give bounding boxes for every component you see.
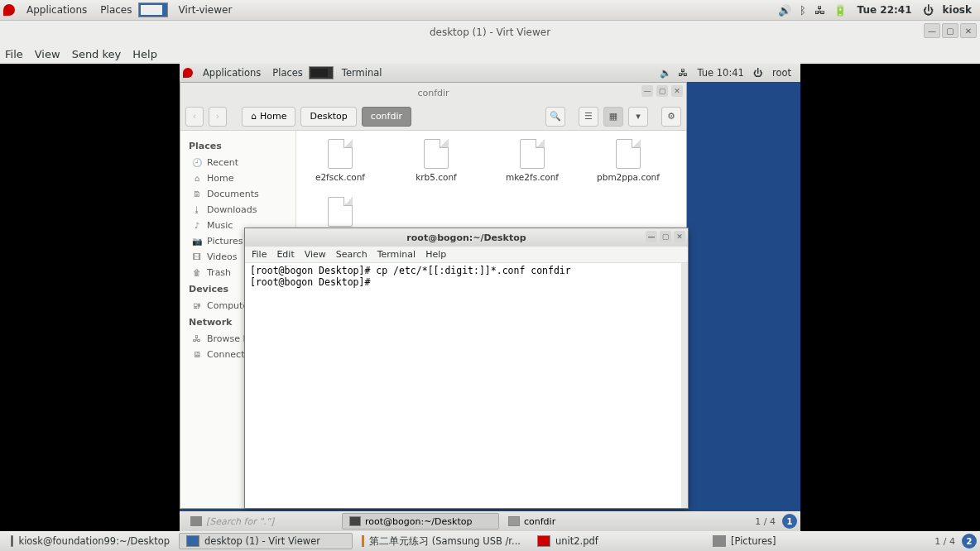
terminal-menu-help[interactable]: Help (425, 249, 446, 260)
view-grid-button[interactable]: ▦ (603, 107, 623, 127)
sidebar-label: Music (207, 220, 233, 231)
guest-user-label[interactable]: root (766, 67, 797, 79)
path-label: confdir (371, 111, 402, 122)
virt-menu-file[interactable]: File (5, 48, 23, 60)
guest-places-menu[interactable]: Places (267, 67, 309, 79)
file-item[interactable]: mke2fs.conf (497, 139, 568, 182)
taskbar-item-pictures[interactable]: [Pictures] (705, 533, 879, 549)
path-segment-desktop[interactable]: Desktop (300, 107, 356, 127)
volume-icon[interactable]: 🔈 (656, 67, 675, 79)
path-segment-home[interactable]: ⌂Home (242, 107, 295, 127)
virt-viewer-icon (186, 535, 199, 547)
minimize-button[interactable]: — (646, 231, 657, 242)
power-icon[interactable]: ⏻ (750, 67, 766, 79)
path-segment-confdir[interactable]: confdir (362, 107, 411, 127)
search-button[interactable]: 🔍 (545, 107, 565, 127)
vm-desktop[interactable]: Applications Places Terminal 🔈 🖧 Tue 10:… (180, 64, 800, 531)
terminal-body[interactable]: [root@bogon Desktop]# cp /etc/*[[:digit:… (245, 263, 688, 508)
server-icon: 🖥 (192, 350, 202, 359)
bluetooth-icon[interactable]: ᛒ (795, 4, 810, 17)
guest-running-app-preview[interactable] (309, 66, 334, 79)
taskbar-label: desktop (1) - Virt Viewer (204, 535, 320, 547)
file-icon (328, 139, 353, 169)
minimize-button[interactable]: — (924, 23, 940, 38)
taskbar-item-kiosk-terminal[interactable]: kiosk@foundation99:~/Desktop (3, 533, 177, 549)
virt-menu-view[interactable]: View (35, 48, 60, 60)
workspace-indicator[interactable]: 1 (782, 514, 797, 529)
taskbar-item-terminal[interactable]: root@bogon:~/Desktop (342, 513, 499, 529)
sidebar-label: Downloads (207, 204, 257, 215)
sidebar-documents[interactable]: 🗎Documents (180, 186, 295, 202)
editor-icon (362, 535, 364, 547)
power-icon[interactable]: ⏻ (919, 4, 938, 17)
pdf-icon (537, 535, 550, 547)
virt-title: desktop (1) - Virt Viewer (430, 26, 550, 38)
pictures-icon: 📷 (192, 237, 202, 246)
redhat-icon (3, 4, 15, 16)
sidebar-label: Videos (207, 252, 238, 262)
workspace-label: 1 / 4 (930, 536, 960, 547)
taskbar-label: root@bogon:~/Desktop (365, 516, 472, 527)
host-user-label[interactable]: kiosk (938, 4, 977, 16)
sidebar-label: Pictures (207, 236, 243, 247)
sidebar-label: Recent (207, 157, 238, 168)
virt-titlebar: desktop (1) - Virt Viewer — ▢ ✕ (0, 21, 980, 44)
taskbar-item-confdir[interactable]: confdir (501, 513, 658, 529)
nav-back-button[interactable]: ‹ (185, 107, 204, 127)
guest-search-field[interactable]: [Search for "."] (183, 513, 340, 529)
terminal-menu-view[interactable]: View (305, 249, 326, 260)
guest-running-app-label[interactable]: Terminal (336, 67, 388, 79)
guest-applications-menu[interactable]: Applications (197, 67, 267, 79)
file-icon (616, 139, 641, 169)
terminal-menubar: File Edit View Search Terminal Help (245, 247, 688, 263)
battery-icon[interactable]: 🔋 (829, 4, 851, 17)
terminal-icon (349, 516, 361, 526)
clock-icon: 🕘 (192, 158, 202, 167)
sidebar-recent[interactable]: 🕘Recent (180, 155, 295, 170)
terminal-menu-file[interactable]: File (252, 249, 267, 260)
close-button[interactable]: ✕ (674, 231, 685, 242)
terminal-menu-terminal[interactable]: Terminal (377, 249, 416, 260)
sidebar-home[interactable]: ⌂Home (180, 170, 295, 186)
host-clock[interactable]: Tue 22:41 (851, 4, 919, 16)
nav-forward-button[interactable]: › (209, 107, 227, 127)
close-button[interactable]: ✕ (671, 85, 683, 97)
nautilus-toolbar: ‹ › ⌂Home Desktop confdir 🔍 ☰ ▦ ▾ ⚙ (180, 103, 686, 131)
guest-clock[interactable]: Tue 10:41 (691, 67, 749, 79)
sidebar-downloads[interactable]: ⭳Downloads (180, 202, 295, 218)
path-label: Home (260, 111, 286, 122)
file-icon (424, 139, 449, 169)
file-item[interactable]: pbm2ppa.conf (593, 139, 664, 182)
host-running-app-preview[interactable] (138, 2, 168, 17)
file-item[interactable]: e2fsck.conf (305, 139, 376, 182)
file-item[interactable]: krb5.conf (401, 139, 472, 182)
host-bottom-bar: kiosk@foundation99:~/Desktop desktop (1)… (0, 531, 980, 551)
close-button[interactable]: ✕ (960, 23, 977, 38)
network-icon[interactable]: 🖧 (675, 67, 691, 79)
search-icon (190, 516, 202, 526)
taskbar-item-unit2-pdf[interactable]: unit2.pdf (530, 533, 704, 549)
taskbar-item-virt-viewer[interactable]: desktop (1) - Virt Viewer (179, 533, 353, 549)
taskbar-item-exercise-doc[interactable]: 第二单元练习 (Samsung USB /r... (354, 533, 528, 549)
taskbar-label: kiosk@foundation99:~/Desktop (18, 535, 170, 547)
taskbar-label: [Pictures] (731, 535, 776, 547)
workspace-indicator[interactable]: 2 (962, 534, 977, 549)
volume-icon[interactable]: 🔊 (774, 4, 795, 17)
virt-menu-sendkey[interactable]: Send key (72, 48, 122, 60)
terminal-menu-search[interactable]: Search (336, 249, 368, 260)
host-applications-menu[interactable]: Applications (20, 4, 94, 16)
view-list-button[interactable]: ☰ (579, 107, 598, 127)
maximize-button[interactable]: ▢ (656, 85, 668, 97)
view-menu-button[interactable]: ▾ (628, 107, 648, 127)
host-running-app-label[interactable]: Virt-viewer (171, 4, 238, 16)
file-icon (328, 197, 353, 227)
maximize-button[interactable]: ▢ (942, 23, 958, 38)
settings-button[interactable]: ⚙ (661, 107, 681, 127)
maximize-button[interactable]: ▢ (660, 231, 671, 242)
minimize-button[interactable]: — (641, 85, 653, 97)
virt-menu-help[interactable]: Help (132, 48, 157, 60)
guest-bottom-bar: [Search for "."] root@bogon:~/Desktop co… (180, 511, 800, 531)
network-icon[interactable]: 🖧 (810, 4, 829, 17)
terminal-menu-edit[interactable]: Edit (276, 249, 294, 260)
host-places-menu[interactable]: Places (94, 4, 138, 16)
